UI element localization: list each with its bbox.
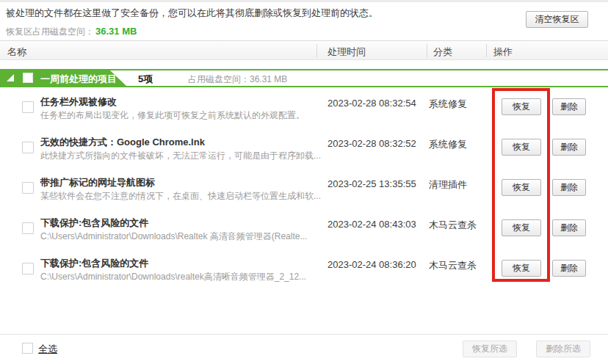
restore-button[interactable]: 恢复: [502, 219, 541, 236]
item-category: 系统修复: [429, 138, 467, 151]
item-list: 任务栏外观被修改 任务栏的布局出现变化，修复此项可恢复之前系统默认的外观配置。 …: [0, 89, 608, 291]
row-checkbox[interactable]: [22, 263, 34, 274]
item-title: 带推广标记的网址导航图标: [40, 176, 155, 189]
delete-button[interactable]: 删除: [552, 219, 586, 236]
column-category[interactable]: 分类: [433, 46, 452, 59]
row-checkbox[interactable]: [22, 101, 34, 113]
item-title: 下载保护:包含风险的文件: [40, 216, 148, 230]
item-description: 任务栏的布局出现变化，修复此项可恢复之前系统默认的外观配置。: [40, 109, 305, 122]
item-description: C:\Users\Administrator\Downloads\realtek…: [40, 271, 306, 283]
column-divider: [316, 44, 317, 57]
delete-button[interactable]: 删除: [552, 179, 586, 196]
item-title: 任务栏外观被修改: [40, 95, 117, 109]
clear-recovery-button[interactable]: 清空恢复区: [526, 11, 588, 28]
panel-description: 被处理的文件都在这里做了安全备份，您可以在此将其彻底删除或恢复到处理前的状态。: [6, 7, 378, 20]
disk-usage-label: 恢复区占用磁盘空间：: [6, 26, 94, 37]
disk-usage-line: 恢复区占用磁盘空间：36.31 MB: [6, 26, 137, 38]
item-process-time: 2023-02-24 08:36:20: [327, 259, 416, 270]
table-row: 无效的快捷方式：Google Chrome.lnk 此快捷方式所指向的文件被破坏…: [0, 129, 608, 170]
group-disk-usage: 占用磁盘空间：36.31 MB: [188, 73, 287, 86]
column-name[interactable]: 名称: [7, 46, 26, 59]
triangle-expanded-icon[interactable]: [7, 74, 14, 81]
column-divider: [427, 44, 427, 57]
row-checkbox[interactable]: [22, 222, 34, 234]
restore-button[interactable]: 恢复: [502, 98, 541, 115]
top-divider: [0, 0, 608, 2]
restore-button[interactable]: 恢复: [502, 139, 541, 156]
group-header: 一周前处理的项目 5项 占用磁盘空间：36.31 MB: [0, 69, 608, 87]
delete-selected-button[interactable]: 删除所选: [536, 341, 590, 357]
item-description: C:\Users\Administrator\Downloads\Realtek…: [40, 230, 307, 243]
restore-button[interactable]: 恢复: [502, 260, 541, 277]
item-category: 清理插件: [429, 178, 467, 192]
footer-bar: 全选 恢复所选 删除所选: [0, 334, 608, 364]
select-all-checkbox[interactable]: [22, 343, 33, 354]
item-process-time: 2023-02-25 13:35:55: [327, 178, 416, 189]
disk-usage-value: 36.31 MB: [95, 26, 137, 37]
group-item-count: 5项: [138, 73, 153, 86]
item-category: 系统修复: [429, 98, 467, 111]
table-row: 带推广标记的网址导航图标 某些软件会在您不注意的情况下，在桌面、快速启动栏等位置…: [0, 170, 608, 210]
item-description: 某些软件会在您不注意的情况下，在桌面、快速启动栏等位置生成和软...: [40, 190, 321, 203]
restore-selected-button[interactable]: 恢复所选: [463, 341, 517, 357]
delete-button[interactable]: 删除: [552, 139, 586, 156]
table-column-header: 名称 处理时间 分类 操作: [0, 40, 608, 60]
item-title: 下载保护:包含风险的文件: [40, 257, 148, 270]
group-checkbox[interactable]: [23, 73, 33, 83]
row-checkbox[interactable]: [22, 142, 34, 153]
column-time[interactable]: 处理时间: [327, 46, 366, 59]
table-row: 下载保护:包含风险的文件 C:\Users\Administrator\Down…: [0, 250, 608, 291]
group-title[interactable]: 一周前处理的项目: [40, 73, 117, 86]
restore-button[interactable]: 恢复: [502, 179, 541, 196]
item-title: 无效的快捷方式：Google Chrome.lnk: [40, 136, 205, 149]
item-process-time: 2023-02-28 08:32:54: [327, 98, 416, 109]
item-process-time: 2023-02-24 08:43:03: [327, 219, 416, 230]
item-process-time: 2023-02-28 08:32:52: [327, 138, 416, 149]
table-row: 下载保护:包含风险的文件 C:\Users\Administrator\Down…: [0, 210, 608, 250]
recovery-area-panel: 被处理的文件都在这里做了安全备份，您可以在此将其彻底删除或恢复到处理前的状态。 …: [0, 0, 608, 364]
group-ribbon[interactable]: 一周前处理的项目: [0, 70, 126, 86]
column-action: 操作: [493, 46, 513, 59]
item-category: 木马云查杀: [429, 259, 477, 272]
select-all-label[interactable]: 全选: [38, 343, 57, 356]
item-category: 木马云查杀: [429, 219, 477, 232]
table-row: 任务栏外观被修改 任务栏的布局出现变化，修复此项可恢复之前系统默认的外观配置。 …: [0, 89, 608, 129]
row-checkbox[interactable]: [22, 182, 34, 194]
delete-button[interactable]: 删除: [552, 260, 586, 277]
column-divider: [486, 44, 487, 57]
item-description: 此快捷方式所指向的文件被破坏，无法正常运行，可能是由于程序卸载...: [40, 150, 321, 162]
delete-button[interactable]: 删除: [552, 98, 586, 115]
